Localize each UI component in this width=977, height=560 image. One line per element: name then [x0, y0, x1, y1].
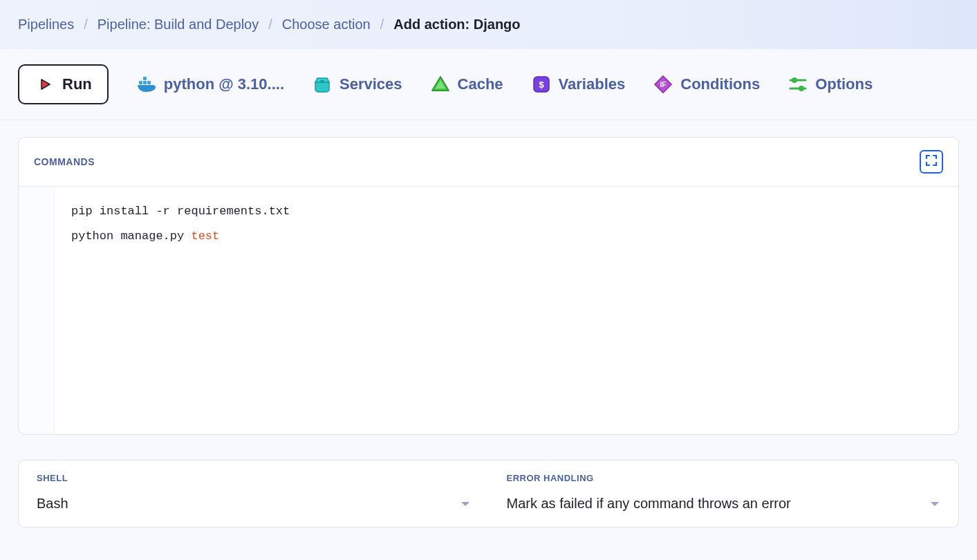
code-editor[interactable]: pip install -r requirements.txt python m…: [19, 187, 958, 434]
breadcrumb: Pipelines / Pipeline: Build and Deploy /…: [18, 17, 959, 32]
tab-cache[interactable]: Cache: [430, 74, 503, 95]
svg-text:IF: IF: [660, 81, 667, 88]
svg-point-11: [799, 86, 804, 91]
breadcrumb-sep-icon: /: [380, 17, 384, 32]
svg-rect-3: [147, 81, 151, 84]
breadcrumb-sep-icon: /: [268, 17, 272, 32]
tab-run[interactable]: Run: [18, 64, 109, 104]
code-line: python manage.py test: [71, 224, 942, 249]
error-handling-label: ERROR HANDLING: [507, 473, 941, 483]
cache-icon: [430, 74, 451, 95]
svg-text:$: $: [539, 80, 544, 90]
conditions-icon: IF: [653, 74, 673, 95]
settings-row: SHELL Bash ERROR HANDLING Mark as failed…: [18, 460, 959, 528]
error-handling-value: Mark as failed if any command throws an …: [507, 496, 791, 512]
tab-conditions[interactable]: IF Conditions: [653, 74, 760, 95]
commands-panel: COMMANDS pip install -r requirements.txt…: [18, 137, 959, 435]
tab-variables[interactable]: $ Variables: [531, 74, 626, 95]
chevron-down-icon: [929, 496, 940, 512]
breadcrumb-sep-icon: /: [84, 17, 88, 32]
tab-environment-label: python @ 3.10....: [164, 75, 284, 93]
expand-button[interactable]: [920, 150, 943, 174]
play-icon: [35, 74, 55, 95]
variables-icon: $: [531, 74, 552, 95]
expand-icon: [924, 153, 938, 170]
breadcrumb-pipeline-build-deploy[interactable]: Pipeline: Build and Deploy: [97, 17, 259, 32]
shell-value: Bash: [37, 496, 68, 512]
tab-services-label: Services: [339, 75, 402, 93]
tab-options-label: Options: [815, 75, 873, 93]
options-icon: [788, 74, 808, 95]
header-bar: Pipelines / Pipeline: Build and Deploy /…: [0, 0, 977, 49]
breadcrumb-current: Add action: Django: [393, 17, 520, 32]
services-icon: [312, 74, 333, 95]
commands-panel-header: COMMANDS: [19, 138, 958, 187]
commands-label: COMMANDS: [34, 156, 95, 167]
tab-run-label: Run: [62, 75, 92, 93]
tab-options[interactable]: Options: [788, 74, 873, 95]
docker-icon: [136, 74, 157, 95]
shell-select[interactable]: Bash: [37, 496, 471, 512]
svg-rect-0: [139, 81, 142, 84]
breadcrumb-choose-action[interactable]: Choose action: [282, 17, 371, 32]
svg-rect-4: [320, 80, 324, 82]
chevron-down-icon: [460, 496, 471, 512]
tab-environment[interactable]: python @ 3.10....: [136, 74, 284, 95]
error-handling-field: ERROR HANDLING Mark as failed if any com…: [489, 460, 959, 527]
svg-point-9: [792, 77, 797, 83]
shell-field: SHELL Bash: [19, 460, 489, 527]
tab-conditions-label: Conditions: [680, 75, 760, 93]
tab-variables-label: Variables: [559, 75, 626, 93]
code-body: pip install -r requirements.txt python m…: [55, 187, 958, 434]
code-line: pip install -r requirements.txt: [71, 199, 942, 224]
shell-label: SHELL: [37, 473, 471, 483]
content-area: COMMANDS pip install -r requirements.txt…: [0, 120, 977, 544]
code-gutter: [19, 187, 55, 434]
error-handling-select[interactable]: Mark as failed if any command throws an …: [507, 496, 941, 512]
svg-rect-2: [143, 77, 147, 80]
tab-cache-label: Cache: [458, 75, 503, 93]
svg-rect-1: [143, 81, 147, 84]
tab-services[interactable]: Services: [312, 74, 402, 95]
breadcrumb-pipelines[interactable]: Pipelines: [18, 17, 74, 32]
tabs-row: Run python @ 3.10.... Services: [0, 49, 977, 120]
